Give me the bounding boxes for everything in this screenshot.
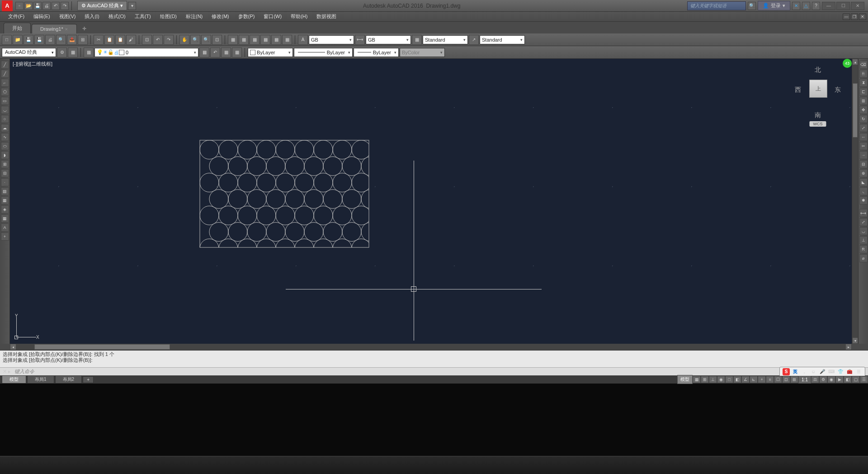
status-tpy-icon[interactable]: ☐ [774, 376, 782, 383]
viewcube-face[interactable]: 上 [809, 80, 827, 98]
pan-icon[interactable]: ✋ [179, 35, 189, 45]
zoomprev-icon[interactable]: 🔍 [201, 35, 211, 45]
ime-toolbar[interactable]: S 英 ， ☺ 🎤 ⌨ 👕 🧰 ☰ [779, 367, 865, 377]
menu-view[interactable]: 视图(V) [55, 12, 80, 21]
login-button[interactable]: 👤 登录 ▾ [758, 1, 790, 10]
print-button[interactable]: 🖨 [42, 2, 51, 10]
circle-icon[interactable]: ○ [1, 115, 9, 123]
rectangle-icon[interactable]: ▭ [1, 97, 9, 105]
workspace-settings-icon[interactable]: ⚙ [57, 47, 67, 57]
close-button[interactable]: ✕ [851, 2, 864, 10]
textstyle-icon[interactable]: A [298, 35, 308, 45]
copy2-icon[interactable]: ⎘ [859, 70, 868, 78]
a360-icon[interactable]: △ [802, 2, 810, 10]
status-ducs-icon[interactable]: ⊾ [750, 376, 758, 383]
trim-icon[interactable]: ✂ [859, 142, 868, 150]
chamfer-icon[interactable]: ◣ [859, 178, 868, 186]
maximize-button[interactable]: ☐ [836, 2, 850, 10]
command-input[interactable]: ✕ ▸ 键入命令 S 英 ， ☺ 🎤 ⌨ 👕 🧰 ☰ [0, 367, 868, 375]
array-icon[interactable]: ⊞ [859, 97, 868, 105]
ime-voice-icon[interactable]: 🎤 [819, 368, 826, 375]
viewcube-west[interactable]: 西 [795, 86, 801, 94]
ellipse-icon[interactable]: ⬭ [1, 142, 9, 150]
line-icon[interactable]: ╱ [1, 61, 9, 69]
scroll-left[interactable]: ◂ [10, 344, 16, 350]
status-cleanscreen-icon[interactable]: ▢ [852, 376, 860, 383]
new-icon[interactable]: □ [2, 35, 12, 45]
quickcalc-icon[interactable]: ▦ [282, 35, 292, 45]
vertical-scrollbar[interactable]: ▴ ▾ [852, 59, 858, 344]
tablestyle-dropdown[interactable]: Standard [423, 35, 468, 44]
sheetset-icon[interactable]: ▦ [260, 35, 270, 45]
extend-icon[interactable]: → [859, 151, 868, 159]
menu-edit[interactable]: 编辑(E) [29, 12, 55, 21]
viewcube-north[interactable]: 北 [815, 66, 821, 74]
status-scale[interactable]: 1:1 [798, 376, 811, 384]
toolpalette-icon[interactable]: ▦ [250, 35, 259, 45]
undo2-icon[interactable]: ↶ [153, 35, 163, 45]
horizontal-scrollbar[interactable]: ◂ ▸ [10, 344, 852, 350]
dimstyle-icon[interactable]: ⟷ [355, 35, 365, 45]
ime-toolbox-icon[interactable]: 🧰 [846, 368, 853, 375]
status-annoscale-icon[interactable]: ⚖ [811, 376, 819, 383]
layer-uniso-icon[interactable]: ▦ [232, 47, 242, 57]
minimize-button[interactable]: — [822, 2, 835, 10]
ime-logo-icon[interactable]: S [783, 368, 790, 375]
drawing-canvas[interactable]: [-][俯视][二维线框] 北 西 上 东 南 WCS [10, 59, 852, 344]
viewcube-south[interactable]: 南 [815, 111, 821, 119]
scroll-down[interactable]: ▾ [852, 337, 858, 344]
open-button[interactable]: 📂 [24, 2, 33, 10]
save-button[interactable]: 💾 [33, 2, 42, 10]
scroll-right[interactable]: ▸ [845, 344, 852, 350]
markup-icon[interactable]: ▦ [271, 35, 281, 45]
mirror-icon[interactable]: ⧗ [859, 79, 868, 87]
viewcube-wcs[interactable]: WCS [810, 121, 826, 127]
app-logo[interactable]: A [2, 0, 13, 11]
menu-modify[interactable]: 修改(M) [207, 12, 234, 21]
layer-manager-icon[interactable]: ▦ [84, 47, 94, 57]
arc-icon[interactable]: ◡ [1, 106, 9, 114]
zoomwin-icon[interactable]: ⊡ [212, 35, 222, 45]
mleaderstyle-dropdown[interactable]: Standard [480, 35, 525, 44]
spline-icon[interactable]: ∿ [1, 133, 9, 141]
lineweight-dropdown[interactable]: ByLayer [354, 48, 399, 57]
ellipsearc-icon[interactable]: ◗ [1, 151, 9, 159]
help-search-input[interactable]: 键入关键字或短语 [687, 1, 746, 10]
status-annomonitor-icon[interactable]: ◉ [827, 376, 835, 383]
status-isolate-icon[interactable]: ◧ [844, 376, 852, 383]
point-icon[interactable]: · [1, 178, 9, 186]
viewcube-east[interactable]: 东 [835, 86, 841, 94]
menu-format[interactable]: 格式(O) [104, 12, 130, 21]
preview-icon[interactable]: 🔍 [56, 35, 66, 45]
menu-draw[interactable]: 绘图(D) [156, 12, 181, 21]
publish-icon[interactable]: 📤 [67, 35, 77, 45]
matchprop-icon[interactable]: 🖌 [126, 35, 136, 45]
color-dropdown[interactable]: ByLayer [248, 48, 293, 57]
cut-icon[interactable]: ✂ [94, 35, 104, 45]
polyline-icon[interactable]: ⌐ [1, 79, 9, 87]
ime-skin-icon[interactable]: 👕 [837, 368, 844, 375]
menu-dataview[interactable]: 数据视图 [312, 12, 341, 21]
move-icon[interactable]: ✥ [859, 106, 868, 114]
layer-dropdown[interactable]: 💡☀🔓🖨 0 [94, 48, 198, 57]
addselected-icon[interactable]: + [1, 232, 9, 241]
ime-settings-icon[interactable]: ☰ [855, 368, 862, 375]
command-window[interactable]: 选择对象或 [拾取内部点(K)/删除边界(B)]: 找到 1 个 选择对象或 [… [0, 350, 868, 367]
redo-button[interactable]: ↷ [61, 2, 69, 10]
dim-radius-icon[interactable]: R [859, 245, 868, 253]
workspace-indicator[interactable]: ⚙ AutoCAD 经典 ▾ [77, 1, 127, 10]
exchange-icon[interactable]: ✕ [792, 2, 800, 10]
dim-ord-icon[interactable]: ⊥ [859, 236, 868, 244]
designcenter-icon[interactable]: ▦ [239, 35, 249, 45]
offset-icon[interactable]: ⊏ [859, 88, 868, 96]
fillet-icon[interactable]: ◟ [859, 187, 868, 195]
tablestyle-icon[interactable]: ▦ [412, 35, 422, 45]
status-snap-icon[interactable]: ⊞ [701, 376, 709, 383]
menu-dimension[interactable]: 标注(N) [181, 12, 207, 21]
tab-add-layout[interactable]: + [83, 376, 94, 383]
windows-taskbar[interactable] [0, 456, 868, 474]
dim-aligned-icon[interactable]: ⤢ [859, 218, 868, 226]
status-ortho-icon[interactable]: ⊥ [709, 376, 717, 383]
open-icon[interactable]: 📁 [13, 35, 23, 45]
status-grid-icon[interactable]: ▦ [693, 376, 701, 383]
